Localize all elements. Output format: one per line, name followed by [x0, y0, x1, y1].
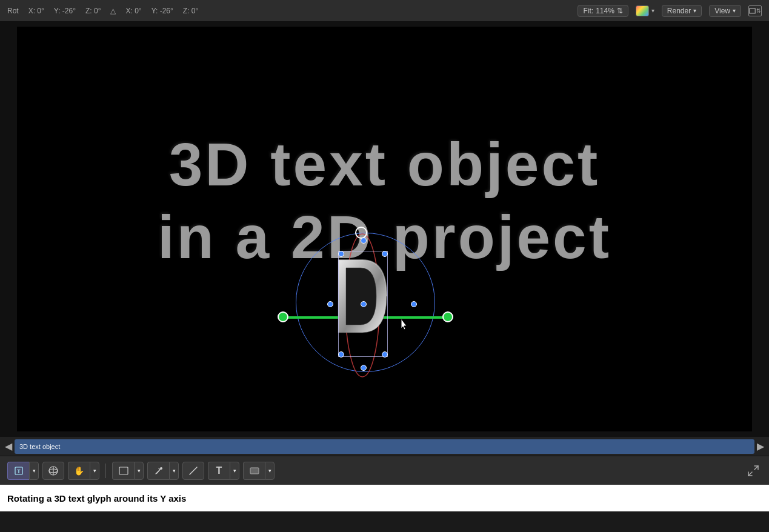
rect-tool-group: ▾: [243, 462, 275, 480]
hand-tool-button[interactable]: ✋: [68, 462, 90, 480]
aspect-chevron-icon: ⇅: [756, 8, 761, 14]
bottom-toolbar: T ▾ ✋ ▾ ▾: [0, 456, 769, 485]
control-point-top-right[interactable]: [382, 251, 388, 257]
render-button[interactable]: Render: [662, 5, 702, 17]
timeline-end-marker: ▶: [757, 441, 764, 452]
toolbar-separator-1: [105, 464, 106, 478]
text-tool-dropdown[interactable]: ▾: [29, 462, 39, 480]
svg-line-9: [190, 467, 197, 474]
shape-dropdown-icon: ▾: [138, 468, 141, 474]
rect-dropdown-icon: ▾: [268, 468, 271, 474]
render-label: Render: [667, 7, 691, 15]
expand-button[interactable]: [745, 462, 762, 479]
control-point-center-mid[interactable]: [361, 301, 367, 307]
color-palette-area[interactable]: ▾: [636, 5, 654, 16]
delta-z: Z: 0°: [183, 7, 198, 15]
control-point-bot-center[interactable]: [361, 365, 367, 371]
rot-y: Y: -26°: [54, 7, 76, 15]
fit-button[interactable]: Fit: 114% ⇅: [578, 5, 628, 17]
rotation-handle[interactable]: [355, 227, 367, 239]
text-tool-button[interactable]: T: [7, 462, 29, 480]
hand-tool-icon: ✋: [74, 466, 84, 476]
fit-label: Fit:: [583, 7, 593, 15]
rot-x: X: 0°: [28, 7, 44, 15]
green-axis-right-handle[interactable]: [442, 311, 453, 322]
hand-tool-group: ✋ ▾: [68, 462, 99, 480]
color-swatch[interactable]: [636, 5, 649, 16]
delta-symbol: △: [110, 7, 116, 15]
rect-tool-icon: [250, 467, 259, 475]
viewer-text-line1: 3D text object: [17, 130, 752, 199]
text-tool-icon: T: [14, 466, 24, 476]
fit-value: 114%: [596, 7, 614, 15]
svg-point-8: [160, 467, 162, 470]
timeline: ◀ 3D text object ▶: [0, 436, 769, 456]
control-point-mid-right[interactable]: [411, 301, 417, 307]
viewer[interactable]: 3D text object in a 2D project: [17, 27, 752, 431]
delta-x: X: 0°: [125, 7, 141, 15]
viewer-wrapper: 3D text object in a 2D project: [0, 22, 769, 436]
rect-tool-button[interactable]: [243, 462, 265, 480]
control-point-top-left[interactable]: [338, 251, 344, 257]
pen-tool-icon: [188, 465, 199, 476]
glyph-container[interactable]: [278, 214, 459, 372]
svg-line-12: [748, 472, 752, 476]
svg-rect-10: [250, 468, 259, 474]
caption-text: Rotating a 3D text glyph around its Y ax…: [7, 493, 186, 504]
rot-z: Z: 0°: [85, 7, 101, 15]
caption-area: Rotating a 3D text glyph around its Y ax…: [0, 485, 769, 511]
aspect-ratio-icon: [749, 7, 756, 15]
text-dropdown-icon: ▾: [33, 468, 36, 474]
text-insert-button[interactable]: T: [208, 462, 230, 480]
timeline-clip-label[interactable]: 3D text object: [15, 439, 754, 454]
svg-line-11: [754, 466, 758, 470]
control-point-bot-right[interactable]: [382, 351, 388, 357]
paint-tool-button[interactable]: [147, 462, 169, 480]
hand-dropdown-icon: ▾: [93, 468, 96, 474]
orbit-tool-icon: [48, 465, 59, 476]
paint-tool-group: ▾: [147, 462, 179, 480]
orbit-tool-button[interactable]: [42, 462, 64, 480]
text-insert-icon: T: [216, 465, 222, 476]
hand-tool-dropdown[interactable]: ▾: [90, 462, 99, 480]
control-point-top-center[interactable]: [361, 238, 367, 244]
rect-dropdown[interactable]: ▾: [265, 462, 275, 480]
rot-label: Rot: [7, 7, 19, 15]
toolbar-right: Fit: 114% ⇅ ▾ Render View ⇅: [578, 5, 762, 17]
aspect-ratio-button[interactable]: ⇅: [748, 5, 762, 16]
clip-label-text: 3D text object: [19, 443, 60, 450]
shape-tool-button[interactable]: [112, 462, 134, 480]
top-toolbar: Rot X: 0° Y: -26° Z: 0° △ X: 0° Y: -26° …: [0, 0, 769, 22]
view-button[interactable]: View: [709, 5, 741, 17]
green-axis-left-handle[interactable]: [278, 311, 288, 322]
expand-icon: [747, 465, 759, 477]
svg-rect-0: [750, 8, 755, 13]
swatch-chevron-icon[interactable]: ▾: [651, 7, 654, 14]
svg-text:T: T: [17, 468, 21, 474]
text-insert-dropdown-icon: ▾: [233, 468, 236, 474]
paint-tool-icon: [154, 466, 164, 476]
fit-arrows-icon: ⇅: [617, 7, 623, 15]
paint-dropdown-icon: ▾: [173, 468, 176, 474]
timeline-start-marker: ◀: [5, 441, 12, 452]
delta-y: Y: -26°: [151, 7, 173, 15]
text-tool-group: T ▾: [7, 462, 39, 480]
text-insert-dropdown[interactable]: ▾: [230, 462, 239, 480]
pen-tool-button[interactable]: [182, 462, 204, 480]
shape-dropdown[interactable]: ▾: [134, 462, 144, 480]
control-point-bot-left[interactable]: [338, 351, 344, 357]
shape-tool-icon: [119, 467, 128, 475]
view-label: View: [714, 7, 730, 15]
paint-dropdown[interactable]: ▾: [169, 462, 179, 480]
control-point-mid-left[interactable]: [327, 301, 333, 307]
cursor-icon: [399, 318, 411, 332]
shape-tool-group: ▾: [112, 462, 144, 480]
svg-rect-7: [119, 467, 128, 474]
text-insert-group: T ▾: [208, 462, 239, 480]
